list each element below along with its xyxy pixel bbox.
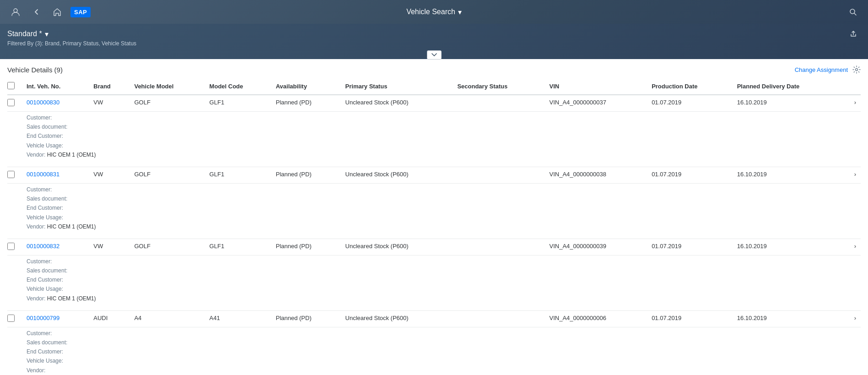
- expand-filter-button[interactable]: [427, 50, 442, 60]
- detail-cell-0: Customer: Sales document: End Customer: …: [22, 112, 861, 167]
- cell-nav-2[interactable]: ›: [843, 239, 861, 255]
- detail-customer-2: Customer:: [27, 257, 856, 266]
- cell-vehicle-model-2: GOLF: [129, 239, 205, 255]
- table-header-row: Int. Veh. No. Brand Vehicle Model Model …: [7, 78, 861, 95]
- cell-nav-1[interactable]: ›: [843, 167, 861, 183]
- view-chevron-icon: ▾: [45, 30, 49, 38]
- cell-production-date-3: 01.07.2019: [647, 310, 733, 327]
- settings-button[interactable]: [852, 65, 861, 74]
- export-button[interactable]: [846, 28, 861, 39]
- change-assignment-button[interactable]: Change Assignment: [795, 66, 848, 73]
- cell-primary-status-2: Uncleared Stock (P600): [341, 239, 453, 255]
- detail-sales-doc-2: Sales document:: [27, 266, 856, 275]
- row-checkbox-1[interactable]: [7, 171, 15, 178]
- cell-nav-3[interactable]: ›: [843, 310, 861, 327]
- cell-nav-0[interactable]: ›: [843, 95, 861, 112]
- sap-logo: SAP: [70, 7, 91, 17]
- cell-brand-0: VW: [89, 95, 129, 112]
- detail-vendor-3: Vendor:: [27, 366, 856, 375]
- detail-vehicle-usage-1: Vehicle Usage:: [27, 213, 856, 222]
- cell-secondary-status-1: [453, 167, 545, 183]
- header-secondary-status: Secondary Status: [453, 78, 545, 95]
- back-button[interactable]: [29, 6, 44, 17]
- top-bar-left: SAP: [7, 5, 91, 18]
- cell-production-date-0: 01.07.2019: [647, 95, 733, 112]
- detail-spacer-3: [7, 327, 22, 375]
- top-bar-title-area[interactable]: Vehicle Search ▾: [406, 8, 462, 16]
- detail-vehicle-usage-0: Vehicle Usage:: [27, 141, 856, 150]
- row-checkbox-3[interactable]: [7, 315, 15, 322]
- cell-brand-2: VW: [89, 239, 129, 255]
- detail-vendor-2: Vendor: HIC OEM 1 (OEM1): [27, 294, 856, 303]
- detail-spacer-2: [7, 255, 22, 310]
- detail-row: Customer: Sales document: End Customer: …: [7, 183, 861, 239]
- select-all-checkbox[interactable]: [7, 82, 15, 89]
- detail-row: Customer: Sales document: End Customer: …: [7, 327, 861, 375]
- cell-production-date-2: 01.07.2019: [647, 239, 733, 255]
- cell-primary-status-1: Uncleared Stock (P600): [341, 167, 453, 183]
- header-planned-delivery-date: Planned Delivery Date: [733, 78, 844, 95]
- detail-end-customer-3: End Customer:: [27, 348, 856, 356]
- cell-planned-delivery-date-1: 16.10.2019: [733, 167, 844, 183]
- detail-sales-doc-1: Sales document:: [27, 195, 856, 203]
- cell-vin-1: VIN_A4_0000000038: [545, 167, 647, 183]
- header-production-date: Production Date: [647, 78, 733, 95]
- row-checkbox-0[interactable]: [7, 99, 15, 106]
- search-button[interactable]: [845, 6, 861, 18]
- cell-model-code-0: GLF1: [205, 95, 271, 112]
- svg-line-2: [854, 13, 856, 15]
- detail-spacer-0: [7, 112, 22, 167]
- detail-customer-1: Customer:: [27, 185, 856, 194]
- detail-customer-3: Customer:: [27, 329, 856, 338]
- cell-vin-0: VIN_A4_0000000037: [545, 95, 647, 112]
- cell-model-code-2: GLF1: [205, 239, 271, 255]
- view-selector[interactable]: Standard * ▾: [7, 30, 49, 38]
- cell-int-veh-no-2: 0010000832: [22, 239, 89, 255]
- detail-vendor-0: Vendor: HIC OEM 1 (OEM1): [27, 151, 856, 159]
- filter-text: Filtered By (3): Brand, Primary Status, …: [7, 40, 861, 47]
- cell-brand-1: VW: [89, 167, 129, 183]
- header-brand: Brand: [89, 78, 129, 95]
- cell-planned-delivery-date-2: 16.10.2019: [733, 239, 844, 255]
- svg-point-0: [14, 9, 17, 12]
- expand-btn-wrap: [0, 50, 868, 59]
- table-row: 0010000830 VW GOLF GLF1 Planned (PD) Unc…: [7, 95, 861, 112]
- cell-primary-status-3: Uncleared Stock (P600): [341, 310, 453, 327]
- table-section-title: Vehicle Details (9): [7, 66, 63, 74]
- top-bar: SAP Vehicle Search ▾: [0, 0, 868, 24]
- home-button[interactable]: [49, 6, 65, 18]
- cell-vin-2: VIN_A4_0000000039: [545, 239, 647, 255]
- cell-availability-3: Planned (PD): [271, 310, 341, 327]
- header-availability: Availability: [271, 78, 341, 95]
- cell-vehicle-model-3: A4: [129, 310, 205, 327]
- cell-model-code-1: GLF1: [205, 167, 271, 183]
- cell-secondary-status-0: [453, 95, 545, 112]
- cell-vehicle-model-1: GOLF: [129, 167, 205, 183]
- cell-planned-delivery-date-3: 16.10.2019: [733, 310, 844, 327]
- row-checkbox-cell-1: [7, 167, 22, 183]
- detail-sales-doc-0: Sales document:: [27, 123, 856, 131]
- svg-point-3: [856, 69, 858, 71]
- cell-vin-3: VIN_A4_0000000006: [545, 310, 647, 327]
- detail-customer-0: Customer:: [27, 114, 856, 122]
- page-title: Vehicle Search: [406, 8, 455, 16]
- header-primary-status: Primary Status: [341, 78, 453, 95]
- detail-cell-2: Customer: Sales document: End Customer: …: [22, 255, 861, 310]
- cell-production-date-1: 01.07.2019: [647, 167, 733, 183]
- row-checkbox-2[interactable]: [7, 243, 15, 250]
- row-checkbox-cell-3: [7, 310, 22, 327]
- detail-end-customer-2: End Customer:: [27, 276, 856, 284]
- cell-secondary-status-2: [453, 239, 545, 255]
- detail-cell-3: Customer: Sales document: End Customer: …: [22, 327, 861, 375]
- cell-availability-2: Planned (PD): [271, 239, 341, 255]
- sub-header: Standard * ▾ Filtered By (3): Brand, Pri…: [0, 24, 868, 50]
- row-checkbox-cell-0: [7, 95, 22, 112]
- main-content: Vehicle Details (9) Change Assignment In…: [0, 59, 868, 375]
- cell-brand-3: AUDI: [89, 310, 129, 327]
- user-icon-button[interactable]: [7, 5, 24, 18]
- header-checkbox-cell: [7, 78, 22, 95]
- table-row: 0010000831 VW GOLF GLF1 Planned (PD) Unc…: [7, 167, 861, 183]
- header-vin: VIN: [545, 78, 647, 95]
- table-section-actions: Change Assignment: [795, 65, 861, 74]
- cell-int-veh-no-3: 0010000799: [22, 310, 89, 327]
